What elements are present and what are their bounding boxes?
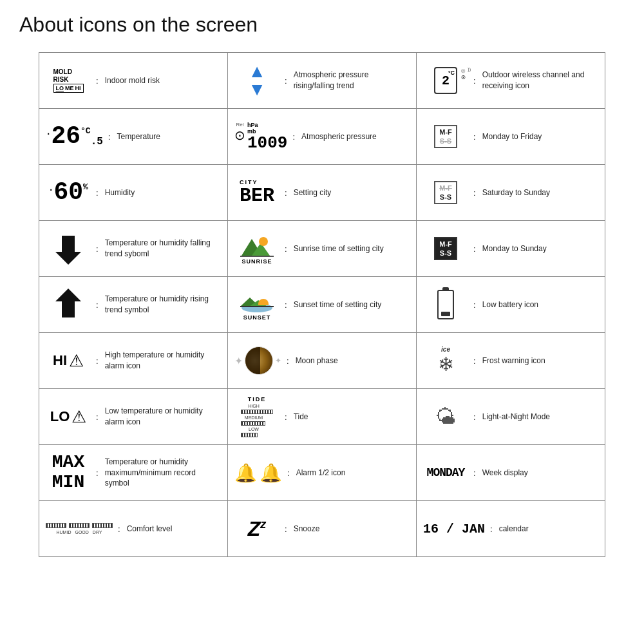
alarm-icons-desc: Alarm 1/2 icon [296, 468, 346, 478]
table-row: MAX MIN : Temperature or humidity maximu… [39, 445, 605, 501]
cell-temperature: . 26 °C .5 : Temperature [39, 109, 228, 165]
sunset-icon: SUNSET [234, 289, 279, 321]
cell-rise-arrow: : Temperature or humidity rising trend s… [39, 277, 228, 333]
snooze-icon: Zz [234, 517, 279, 541]
humidity-icon: . 60 % [46, 180, 91, 205]
cell-fall-arrow: : Temperature or humidity falling trend … [39, 221, 228, 277]
calendar-icon: 16 / JAN [423, 522, 485, 536]
cell-pressure: Rel ⊙ hPamb 1009 : Atmospheric pressure [228, 109, 417, 165]
lo-alarm-desc: Low temperature or humidity alarm icon [105, 406, 221, 428]
table-row: : Temperature or humidity falling trend … [39, 221, 605, 277]
table-row: LO ⚠ : Low temperature or humidity alarm… [39, 389, 605, 445]
cell-hi-alarm: HI ⚠ : High temperature or humidity alar… [39, 333, 228, 389]
cell-pressure-trend: ▲ ▼ : Atmospheric pressure rising/fallin… [228, 53, 417, 109]
tide-icon: TIDE HIGH MEDIUM LOW [234, 396, 279, 437]
max-min-icon: MAX MIN [46, 453, 91, 493]
wireless-desc: Outdoor wireless channel and receiving i… [482, 70, 598, 91]
ss-only-desc: Saturday to Sunday [482, 187, 550, 198]
temperature-icon: . 26 °C .5 [46, 124, 103, 149]
fall-arrow-icon [46, 232, 91, 265]
cell-snooze: Zz : Snooze [228, 501, 417, 557]
table-row: HI ⚠ : High temperature or humidity alar… [39, 333, 605, 389]
wireless-icon: °C 2 ⦾ ⦿ )) [423, 67, 468, 94]
moon-desc: Moon phase [296, 355, 338, 366]
cell-alarm-icons: 🔔 🔔 : Alarm 1/2 icon [228, 445, 417, 501]
cell-sunrise: SUNRISE : Sunrise time of setting city [228, 221, 417, 277]
moon-icon: ✦ ✦ [234, 346, 281, 375]
svg-rect-4 [240, 256, 274, 257]
page-title: About icons on the screen [19, 13, 625, 37]
hi-alarm-desc: High temperature or humidity alarm icon [105, 350, 221, 372]
icons-table: MOLD RISK LO ME HI : Indoor mold risk [39, 52, 605, 557]
temperature-desc: Temperature [117, 131, 160, 142]
mf-friday-icon: M-F S-S [423, 125, 468, 148]
week-display-icon: MONDAY [423, 466, 468, 479]
comfort-desc: Comfort level [127, 524, 173, 535]
cell-ss-only: M-F S-S : Saturday to Sunday [417, 165, 605, 221]
svg-marker-5 [55, 289, 81, 317]
cell-night-mode: 🌤 : Light-at-Night Mode [417, 389, 605, 445]
comfort-icon: HUMID GOOD DRY [46, 523, 113, 535]
max-min-desc: Temperature or humidity maximum/minimum … [105, 457, 221, 489]
rise-arrow-icon [46, 289, 91, 321]
pressure-icon: Rel ⊙ hPamb 1009 [234, 122, 287, 151]
table-row: . 60 % : Humidity CITY BER : Setting [39, 165, 605, 221]
battery-desc: Low battery icon [482, 299, 538, 310]
table-row: : Temperature or humidity rising trend s… [39, 277, 605, 333]
week-display-desc: Week display [482, 468, 528, 478]
mold-risk-desc: Indoor mold risk [105, 75, 160, 86]
cell-week-display: MONDAY : Week display [417, 445, 605, 501]
cell-battery: : Low battery icon [417, 277, 605, 333]
cell-mf-friday: M-F S-S : Monday to Friday [417, 109, 605, 165]
night-mode-desc: Light-at-Night Mode [482, 412, 550, 422]
cell-city: CITY BER : Setting city [228, 165, 417, 221]
night-mode-icon: 🌤 [423, 405, 468, 429]
hi-alarm-icon: HI ⚠ [46, 351, 91, 371]
ss-only-icon: M-F S-S [423, 181, 468, 204]
city-icon: CITY BER [234, 179, 279, 207]
mf-friday-desc: Monday to Friday [482, 131, 542, 142]
cell-comfort: HUMID GOOD DRY : Comfort level [39, 501, 228, 557]
table-row: . 26 °C .5 : Temperature Rel ⊙ [39, 109, 605, 165]
pressure-trend-icon: ▲ ▼ [234, 62, 279, 99]
humidity-desc: Humidity [105, 187, 135, 198]
table-row: MOLD RISK LO ME HI : Indoor mold risk [39, 53, 605, 109]
rise-arrow-desc: Temperature or humidity rising trend sym… [105, 294, 221, 316]
mold-risk-icon: MOLD RISK LO ME HI [46, 68, 91, 93]
fall-arrow-desc: Temperature or humidity falling trend sy… [105, 238, 221, 260]
battery-icon [423, 290, 468, 319]
lo-alarm-icon: LO ⚠ [46, 407, 91, 427]
snooze-desc: Snooze [294, 524, 320, 535]
city-desc: Setting city [294, 187, 332, 198]
cell-mold-risk: MOLD RISK LO ME HI : Indoor mold risk [39, 53, 228, 109]
cell-humidity: . 60 % : Humidity [39, 165, 228, 221]
cell-lo-alarm: LO ⚠ : Low temperature or humidity alarm… [39, 389, 228, 445]
sunset-desc: Sunset time of setting city [294, 299, 382, 310]
alarm-icons-icon: 🔔 🔔 [234, 462, 282, 484]
calendar-desc: calendar [499, 524, 529, 535]
cell-tide: TIDE HIGH MEDIUM LOW [228, 389, 417, 445]
cell-wireless: °C 2 ⦾ ⦿ )) : Outdoor wireless channel a… [417, 53, 605, 109]
cell-max-min: MAX MIN : Temperature or humidity maximu… [39, 445, 228, 501]
svg-point-3 [259, 237, 268, 246]
cell-mf-ss-both: M-F S-S : Monday to Sunday [417, 221, 605, 277]
svg-rect-11 [240, 306, 274, 307]
table-row: HUMID GOOD DRY : Comfort level Zz : [39, 501, 605, 557]
sunrise-icon: SUNRISE [234, 232, 279, 265]
tide-desc: Tide [294, 412, 308, 422]
cell-calendar: 16 / JAN : calendar [417, 501, 605, 557]
mf-ss-both-desc: Monday to Sunday [482, 243, 547, 254]
svg-marker-0 [55, 236, 81, 265]
cell-frost: ice ❄ : Frost warning icon [417, 333, 605, 389]
cell-sunset: SUNSET : Sunset time of setting city [228, 277, 417, 333]
pressure-desc: Atmospheric pressure [301, 131, 377, 142]
pressure-trend-desc: Atmospheric pressure rising/falling tren… [294, 70, 410, 91]
frost-desc: Frost warning icon [482, 355, 545, 366]
frost-icon: ice ❄ [423, 346, 468, 375]
cell-moon: ✦ ✦ : Moon phase [228, 333, 417, 389]
mf-ss-both-icon: M-F S-S [423, 237, 468, 260]
sunrise-desc: Sunrise time of setting city [294, 243, 384, 254]
